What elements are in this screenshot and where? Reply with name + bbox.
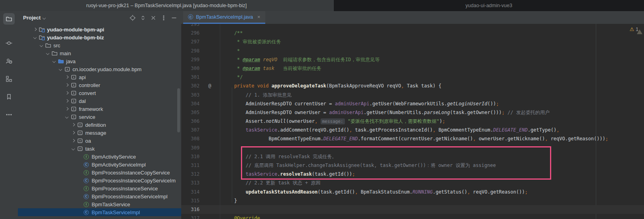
line-number[interactable]: 296 (181, 29, 200, 37)
activity-commit-icon[interactable] (3, 37, 15, 49)
gutter[interactable]: 313 (181, 178, 220, 187)
line-number[interactable]: 300 (181, 64, 200, 73)
line-number[interactable]: 313 (181, 178, 200, 187)
line-number[interactable]: 316 (181, 205, 200, 214)
line-number[interactable]: 312 (181, 170, 200, 178)
expand-collapse-icon[interactable] (140, 15, 146, 21)
tree-item-yudao-module-bpm-api[interactable]: yudao-module-bpm-api (18, 25, 181, 33)
chevron-right-icon[interactable] (63, 82, 70, 88)
line-number[interactable]: 301 (181, 73, 200, 81)
activity-bookmarks-icon[interactable] (3, 91, 15, 103)
gutter[interactable]: 304 (181, 99, 220, 108)
gutter[interactable]: 311 (181, 161, 220, 170)
tree-item-task[interactable]: task (18, 145, 181, 153)
gutter[interactable]: 300 (181, 64, 220, 73)
chevron-down-icon[interactable] (31, 34, 38, 41)
project-panel-title[interactable]: Project (23, 15, 41, 21)
line-number[interactable]: 295 (181, 24, 200, 29)
gutter[interactable]: 295 (181, 24, 220, 29)
tree-item-main[interactable]: main (18, 49, 181, 57)
code-line-307[interactable]: 307 taskService.addComment(reqVO.getId()… (181, 126, 644, 134)
code-line-306[interactable]: 306 Assert.notNull(ownerUser, message: "… (181, 117, 644, 126)
code-line-304[interactable]: 304 AdminUserRespDTO currentUser = admin… (181, 99, 644, 108)
code-editor[interactable]: 295296 /**297 * 审批被委派的任务298 *299 * @para… (181, 24, 644, 219)
tree-item-convert[interactable]: convert (18, 89, 181, 97)
tree-item-controller[interactable]: controller (18, 81, 181, 89)
tree-item-bpmprocessinstanceserviceimpl[interactable]: CBpmProcessInstanceServiceImpl (18, 192, 181, 200)
tree-item-service[interactable]: service (18, 113, 181, 121)
code-line-302[interactable]: 302@ private void approveDelegateTask(Bp… (181, 81, 644, 90)
line-number[interactable]: 303 (181, 91, 200, 99)
line-number[interactable]: 315 (181, 196, 200, 205)
front-window-titlebar[interactable]: ruoyi-vue-pro-jdk21 – BpmTaskServiceImpl… (0, 0, 333, 11)
gutter[interactable]: 298 (181, 47, 220, 55)
code-line-308[interactable]: 308 BpmCommentTypeEnum.DELEGATE_END.form… (181, 134, 644, 143)
chevron-down-icon[interactable] (44, 50, 51, 56)
inspections-widget[interactable]: ⚠ 1 (630, 26, 638, 32)
line-number[interactable]: 308 (181, 134, 200, 143)
gutter[interactable]: 308 (181, 134, 220, 143)
tree-item-partial[interactable] (18, 216, 181, 219)
gutter[interactable]: 316 (181, 205, 220, 214)
code-line-301[interactable]: 301 */ (181, 73, 644, 81)
code-line-314[interactable]: 314 updateTaskStatusAndReason(task.getId… (181, 188, 644, 196)
activity-project-folder-icon[interactable] (3, 13, 15, 25)
activity-structure-icon[interactable] (3, 73, 15, 85)
tree-item-framework[interactable]: framework (18, 105, 181, 113)
chevron-down-icon[interactable] (57, 66, 64, 72)
chevron-down-icon[interactable] (70, 145, 76, 152)
chevron-down-icon[interactable] (38, 42, 45, 48)
activity-more-tools-icon[interactable] (3, 109, 15, 120)
more-options-icon[interactable] (161, 15, 167, 21)
code-line-303[interactable]: 303 // 1. 添加审批意见 (181, 91, 644, 99)
code-line-313[interactable]: 313 // 2.2 更新 task 状态 + 原因 (181, 178, 644, 187)
line-number[interactable]: 304 (181, 99, 200, 108)
activity-community-help-icon[interactable]: ? (3, 55, 15, 67)
tree-item-bpmprocessinstancecopyservice[interactable]: IBpmProcessInstanceCopyService (18, 169, 181, 176)
gutter[interactable]: 303 (181, 91, 220, 99)
chevron-down-icon[interactable] (43, 16, 46, 19)
tree-item-dal[interactable]: dal (18, 97, 181, 105)
code-line-300[interactable]: 300 * @param task 当前被审批的任务 (181, 64, 644, 73)
line-number[interactable]: 309 (181, 143, 200, 152)
collapse-all-icon[interactable] (150, 15, 157, 21)
code-line-305[interactable]: 305 AdminUserRespDTO ownerUser = adminUs… (181, 108, 644, 117)
tree-item-java[interactable]: java (18, 57, 181, 65)
tree-item-bpmprocessinstancecopyserviceim[interactable]: CBpmProcessInstanceCopyServiceIm (18, 176, 181, 184)
code-line-295[interactable]: 295 (181, 24, 644, 29)
gutter[interactable]: 315 (181, 196, 220, 205)
chevron-right-icon[interactable] (63, 98, 70, 104)
tree-item-yudao-module-bpm-biz[interactable]: yudao-module-bpm-biz (18, 33, 181, 41)
gutter[interactable]: 305 (181, 108, 220, 117)
chevron-right-icon[interactable] (63, 74, 70, 80)
chevron-right-icon[interactable] (63, 90, 70, 96)
line-number[interactable]: 317 (181, 214, 200, 219)
line-number[interactable]: 302 (181, 81, 200, 90)
tree-item-message[interactable]: message (18, 129, 181, 137)
tree-item-src[interactable]: src (18, 41, 181, 49)
tree-item-bpmactivityservice[interactable]: IBpmActivityService (18, 153, 181, 161)
hide-panel-icon[interactable] (171, 15, 177, 21)
gutter[interactable]: 310 (181, 152, 220, 161)
line-number[interactable]: 314 (181, 188, 200, 196)
tree-item-bpmtaskserviceimpl[interactable]: CBpmTaskServiceImpl (18, 208, 181, 216)
gutter[interactable]: 309 (181, 143, 220, 152)
tree-item-bpmtaskservice[interactable]: IBpmTaskService (18, 200, 181, 208)
gutter[interactable]: 297 (181, 37, 220, 46)
gutter[interactable]: 314 (181, 188, 220, 196)
chevron-right-icon[interactable] (70, 130, 76, 136)
tree-item-cn.iocoder.yudao.module.bpm[interactable]: cn.iocoder.yudao.module.bpm (18, 65, 181, 73)
code-line-296[interactable]: 296 /** (181, 29, 644, 37)
tree-item-api[interactable]: api (18, 73, 181, 81)
gutter[interactable]: 307 (181, 126, 220, 134)
line-number[interactable]: 305 (181, 108, 200, 117)
line-number[interactable]: 311 (181, 161, 200, 170)
close-icon[interactable]: × (257, 14, 260, 20)
chevron-down-icon[interactable] (63, 114, 70, 120)
code-line-299[interactable]: 299 * @param reqVO 前端请求参数，包含当前任务ID，审批意见等 (181, 55, 644, 64)
line-number[interactable]: 310 (181, 152, 200, 161)
tree-item-oa[interactable]: oa (18, 137, 181, 145)
gutter[interactable]: 312 (181, 170, 220, 178)
chevron-right-icon[interactable] (70, 122, 76, 128)
code-line-298[interactable]: 298 * (181, 47, 644, 55)
